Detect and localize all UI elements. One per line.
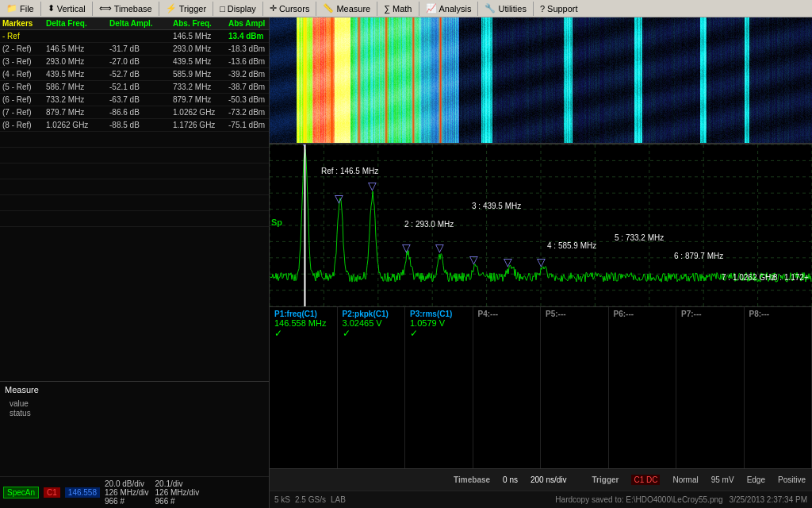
p1-value: 146.558 MHz xyxy=(274,318,332,328)
spectrum-display: Ref : 146.5 MHz 2 : 293.0 MHz 3 : 439.5 … xyxy=(270,144,812,306)
marker-annotation-ref: Ref : 146.5 MHz xyxy=(321,167,378,175)
col-delta-freq: Delta Freq. xyxy=(44,18,107,29)
main-area: Markers Delta Freq. Delta Ampl. Abs. Fre… xyxy=(0,17,812,508)
lab-label: LAB xyxy=(331,495,346,504)
p3-check: ✓ xyxy=(410,328,468,339)
p5-label: P5:--- xyxy=(546,310,603,318)
menu-trigger[interactable]: ⚡Trigger xyxy=(159,2,213,15)
p6-label: P6:--- xyxy=(614,310,672,318)
trigger-label: Trigger xyxy=(592,475,619,484)
specan-hash2: 966 # xyxy=(155,497,200,506)
specan-badge[interactable]: SpecAn xyxy=(3,487,39,498)
p2-value: 3.02465 V xyxy=(343,318,400,328)
marker-annotation-3: 3 : 439.5 MHz xyxy=(472,202,521,210)
p7-label: P7:--- xyxy=(681,310,739,318)
menu-utilities[interactable]: 🔧Utilities xyxy=(478,2,532,15)
menu-vertical[interactable]: ⬍Vertical xyxy=(41,2,92,15)
marker-annotation-6: 6 : 879.7 MHz xyxy=(674,252,723,260)
col-delta-ampl: Delta Ampl. xyxy=(107,18,170,29)
p2-label: P2:pkpk(C1) xyxy=(343,310,400,318)
marker-ref-label: - Ref xyxy=(0,31,44,41)
p6-item: P6:--- xyxy=(609,307,677,469)
marker-row-ref[interactable]: - Ref 146.5 MHz 13.4 dBm xyxy=(0,30,269,43)
trigger-normal: Normal xyxy=(672,475,698,484)
marker-row-2[interactable]: (2 - Ref) 146.5 MHz -31.7 dB 293.0 MHz -… xyxy=(0,43,269,56)
marker-annotation-8: 8 : 1.172+ xyxy=(773,273,809,282)
specan-info: 20.0 dB/div 126 MHz/div 966 # 20.1/div 1… xyxy=(105,479,199,506)
markers-table: Markers Delta Freq. Delta Ampl. Abs. Fre… xyxy=(0,17,269,381)
marker-row-5[interactable]: (5 - Ref) 586.7 MHz -52.1 dB 733.2 MHz -… xyxy=(0,81,269,94)
p4-label: P4:--- xyxy=(478,310,536,318)
specan-row: SpecAn C1 146.558 20.0 dB/div 126 MHz/di… xyxy=(0,476,269,508)
p5-item: P5:--- xyxy=(541,307,609,469)
markers-header: Markers Delta Freq. Delta Ampl. Abs. Fre… xyxy=(0,17,269,30)
marker-ref-af: 146.5 MHz xyxy=(170,31,226,41)
menu-bar: 📁 File ⬍Vertical ⟺Timebase ⚡Trigger □Dis… xyxy=(0,0,812,17)
hardcopy-text: Hardcopy saved to: E:\HDO4000\LeCroy55.p… xyxy=(555,495,722,504)
measure-title: Measure xyxy=(5,385,264,394)
menu-measure[interactable]: 📏Measure xyxy=(316,2,377,15)
measure-details: value status xyxy=(5,398,264,419)
menu-math[interactable]: ∑Math xyxy=(377,2,418,15)
info-bottom-bar: 5 kS 2.5 GS/s LAB Hardcopy saved to: E:\… xyxy=(270,491,812,508)
menu-analysis[interactable]: 📈Analysis xyxy=(419,2,478,15)
marker-annotation-7: 7 : 1.0262 GHz xyxy=(722,273,775,282)
menu-support[interactable]: ?Support xyxy=(534,2,584,15)
col-abs-freq: Abs. Freq. xyxy=(170,18,226,29)
p3-label: P3:rms(C1) xyxy=(410,310,468,318)
c1-badge: C1 xyxy=(44,487,60,498)
file-icon: 📁 xyxy=(6,3,17,13)
specan-db-div: 20.0 dB/div xyxy=(105,479,149,488)
trigger-mv: 95 mV xyxy=(711,475,734,484)
marker-row-4[interactable]: (4 - Ref) 439.5 MHz -52.7 dB 585.9 MHz -… xyxy=(0,68,269,81)
marker-row-empty3 xyxy=(0,164,269,179)
p-measurements-row: P1:freq(C1) 146.558 MHz ✓ P2:pkpk(C1) 3.… xyxy=(270,306,812,469)
col-markers: Markers xyxy=(0,18,44,29)
p2-check: ✓ xyxy=(343,328,400,339)
p3-value: 1.0579 V xyxy=(410,318,468,328)
marker-row-empty5 xyxy=(0,195,269,211)
specan-div2: 20.1/div xyxy=(155,479,200,488)
marker-ref-df xyxy=(44,31,107,41)
marker-annotation-5: 5 : 733.2 MHz xyxy=(615,233,664,242)
marker-annotation-2: 2 : 293.0 MHz xyxy=(404,220,454,229)
marker-ref-aa: 13.4 dBm xyxy=(226,31,269,41)
trigger-channel: C1 DC xyxy=(631,475,660,485)
marker-row-empty1 xyxy=(0,132,269,148)
p8-item: P8:--- xyxy=(745,307,813,469)
rate-label: 5 kS xyxy=(274,495,290,504)
p4-item: P4:--- xyxy=(473,307,542,469)
blue-value-badge: 146.558 xyxy=(65,487,100,498)
trigger-positive: Positive xyxy=(778,475,806,484)
p2-item: P2:pkpk(C1) 3.02465 V ✓ xyxy=(338,307,406,469)
marker-row-8[interactable]: (8 - Ref) 1.0262 GHz -88.5 dB 1.1726 GHz… xyxy=(0,119,269,132)
marker-ref-da xyxy=(107,31,170,41)
marker-row-empty4 xyxy=(0,179,269,195)
spectrogram-canvas xyxy=(270,17,812,144)
left-panel: Markers Delta Freq. Delta Ampl. Abs. Fre… xyxy=(0,17,270,508)
p1-item: P1:freq(C1) 146.558 MHz ✓ xyxy=(270,307,338,469)
menu-file[interactable]: 📁 File xyxy=(0,2,40,15)
marker-row-3[interactable]: (3 - Ref) 293.0 MHz -27.0 dB 439.5 MHz -… xyxy=(0,56,269,68)
timebase-trigger-bar: Timebase 0 ns 200 ns/div Trigger C1 DC N… xyxy=(270,468,812,491)
marker-row-empty6 xyxy=(0,211,269,227)
menu-timebase[interactable]: ⟺Timebase xyxy=(93,2,159,15)
p1-label: P1:freq(C1) xyxy=(274,310,332,318)
specan-hash: 966 # xyxy=(105,497,149,506)
marker-row-6[interactable]: (6 - Ref) 733.2 MHz -63.7 dB 879.7 MHz -… xyxy=(0,94,269,106)
sp-label: Sp xyxy=(271,217,282,227)
p1-check: ✓ xyxy=(274,328,332,339)
col-abs-ampl: Abs Ampl xyxy=(226,18,269,29)
measure-value-label: value xyxy=(10,399,57,408)
gs-label: 2.5 GS/s xyxy=(295,495,326,504)
p8-label: P8:--- xyxy=(749,310,807,318)
timebase-ns: 0 ns xyxy=(503,475,518,484)
timebase-div: 200 ns/div xyxy=(530,475,567,484)
right-panel: Ref : 146.5 MHz 2 : 293.0 MHz 3 : 439.5 … xyxy=(270,17,812,508)
menu-cursors[interactable]: ✛Cursors xyxy=(263,2,316,15)
spectrogram-display xyxy=(270,17,812,144)
marker-row-7[interactable]: (7 - Ref) 879.7 MHz -86.6 dB 1.0262 GHz … xyxy=(0,106,269,119)
trigger-edge: Edge xyxy=(747,475,765,484)
menu-display[interactable]: □Display xyxy=(213,2,262,15)
measure-status-label: status xyxy=(10,409,57,418)
